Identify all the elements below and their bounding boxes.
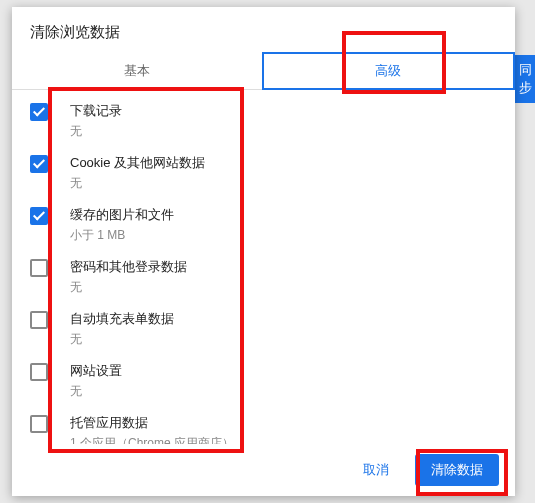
item-label: Cookie 及其他网站数据 [70, 154, 497, 172]
item-sub: 无 [70, 330, 497, 348]
checkbox-cached-images[interactable] [30, 207, 48, 225]
list-item[interactable]: 下载记录 无 [12, 94, 515, 146]
item-text: 托管应用数据 1 个应用（Chrome 应用商店） [70, 412, 497, 444]
list-item[interactable]: 自动填充表单数据 无 [12, 302, 515, 354]
item-text: 缓存的图片和文件 小于 1 MB [70, 204, 497, 244]
list-item[interactable]: 密码和其他登录数据 无 [12, 250, 515, 302]
item-label: 自动填充表单数据 [70, 310, 497, 328]
list-item[interactable]: 网站设置 无 [12, 354, 515, 406]
checkbox-autofill[interactable] [30, 311, 48, 329]
list-item[interactable]: 缓存的图片和文件 小于 1 MB [12, 198, 515, 250]
checkbox-hosted-apps[interactable] [30, 415, 48, 433]
checkbox-passwords[interactable] [30, 259, 48, 277]
item-sub: 无 [70, 382, 497, 400]
tabs: 基本 高级 [12, 52, 515, 90]
item-text: 网站设置 无 [70, 360, 497, 400]
tab-advanced[interactable]: 高级 [262, 52, 516, 90]
dialog-title: 清除浏览数据 [12, 7, 515, 52]
background-sync-button: 同步 [515, 55, 535, 103]
item-sub: 无 [70, 122, 497, 140]
items-list: 下载记录 无 Cookie 及其他网站数据 无 缓存的图片和文件 小于 1 MB… [12, 90, 515, 444]
item-label: 下载记录 [70, 102, 497, 120]
item-sub: 小于 1 MB [70, 226, 497, 244]
item-label: 网站设置 [70, 362, 497, 380]
item-sub: 无 [70, 278, 497, 296]
item-text: 下载记录 无 [70, 100, 497, 140]
cancel-button[interactable]: 取消 [347, 454, 405, 486]
checkbox-cookies[interactable] [30, 155, 48, 173]
item-sub: 1 个应用（Chrome 应用商店） [70, 434, 497, 444]
tab-basic[interactable]: 基本 [12, 52, 262, 90]
item-label: 密码和其他登录数据 [70, 258, 497, 276]
checkbox-download-history[interactable] [30, 103, 48, 121]
list-item[interactable]: Cookie 及其他网站数据 无 [12, 146, 515, 198]
clear-data-button[interactable]: 清除数据 [415, 454, 499, 486]
item-label: 缓存的图片和文件 [70, 206, 497, 224]
checkbox-site-settings[interactable] [30, 363, 48, 381]
clear-browsing-data-dialog: 清除浏览数据 基本 高级 下载记录 无 Cookie 及其他网站数据 无 缓存的… [12, 7, 515, 496]
dialog-footer: 取消 清除数据 [12, 444, 515, 496]
item-text: 自动填充表单数据 无 [70, 308, 497, 348]
list-item[interactable]: 托管应用数据 1 个应用（Chrome 应用商店） [12, 406, 515, 444]
item-sub: 无 [70, 174, 497, 192]
item-label: 托管应用数据 [70, 414, 497, 432]
item-text: 密码和其他登录数据 无 [70, 256, 497, 296]
item-text: Cookie 及其他网站数据 无 [70, 152, 497, 192]
